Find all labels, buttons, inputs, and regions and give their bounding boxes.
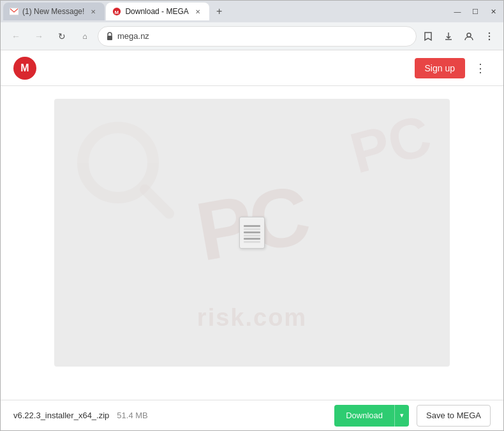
download-dropdown-button[interactable]: ▾ [394,405,409,427]
tab-mega-close[interactable]: ✕ [193,6,203,17]
zip-line-1 [244,225,261,227]
new-tab-button[interactable]: + [211,3,228,20]
tab-gmail[interactable]: (1) New Message! ✕ [3,3,105,20]
zip-line-6 [244,241,261,243]
tab-gmail-close[interactable]: ✕ [88,6,98,17]
back-button[interactable]: ← [6,26,26,47]
signup-button[interactable]: Sign up [415,58,465,78]
zip-stripe [240,225,264,243]
svg-rect-3 [107,36,112,40]
home-button[interactable]: ⌂ [75,26,95,47]
profile-icon [464,31,474,41]
nav-right-icons [419,27,498,45]
download-nav-icon [443,31,454,41]
title-bar: (1) New Message! ✕ M Download - MEGA ✕ +… [1,1,503,22]
svg-point-6 [489,35,490,36]
minimize-button[interactable]: — [450,4,465,19]
kebab-button[interactable]: ⋮ [470,58,491,78]
forward-button[interactable]: → [29,26,49,47]
mega-header-right: Sign up ⋮ [415,58,491,78]
gmail-favicon-icon [10,7,19,16]
address-text: mega.nz [117,31,408,41]
page-content: M Sign up ⋮ PC ris [1,50,503,430]
watermark-extra: PC [344,103,438,187]
window-controls: — ☐ ✕ [450,4,501,19]
download-btn-group: Download ▾ [334,405,409,427]
magnifier-watermark-icon [73,118,175,220]
zip-line-5 [244,238,261,240]
mega-logo[interactable]: M [13,57,36,80]
mega-logo-letter: M [20,62,29,74]
nav-bar: ← → ↻ ⌂ mega.nz [1,22,503,50]
maximize-button[interactable]: ☐ [468,4,483,19]
svg-line-9 [145,189,169,214]
zip-line-4 [244,235,261,237]
reload-button[interactable]: ↻ [52,26,72,47]
mega-header: M Sign up ⋮ [1,50,503,86]
file-size: 51.4 MB [117,411,147,420]
menu-button[interactable] [480,27,498,45]
download-nav-button[interactable] [440,27,457,45]
tab-gmail-label: (1) New Message! [22,7,84,16]
save-to-mega-button[interactable]: Save to MEGA [417,405,491,427]
svg-text:M: M [115,10,119,15]
svg-point-4 [467,33,471,37]
close-button[interactable]: ✕ [485,4,501,19]
file-preview-container: PC risk.com PC [1,86,503,400]
watermark-domain-text: risk.com [197,304,307,332]
tab-mega-label: Download - MEGA [125,7,188,16]
mega-favicon-icon: M [112,7,121,16]
menu-icon [484,31,494,41]
zip-line-3 [244,231,261,233]
browser-window: (1) New Message! ✕ M Download - MEGA ✕ +… [0,0,504,431]
profile-button[interactable] [460,27,478,45]
svg-point-5 [489,32,490,33]
address-bar[interactable]: mega.nz [98,26,417,47]
bookmark-icon [423,31,433,41]
svg-point-7 [489,38,490,40]
bottom-bar: v6.22.3_installer_x64_.zip 51.4 MB Downl… [1,400,503,430]
preview-box: PC risk.com PC [54,99,450,367]
bookmark-button[interactable] [419,27,437,45]
tab-strip: (1) New Message! ✕ M Download - MEGA ✕ + [3,3,228,20]
download-button[interactable]: Download [334,405,394,427]
lock-icon [106,32,114,41]
zip-file-icon [239,217,265,249]
tab-mega[interactable]: M Download - MEGA ✕ [106,3,209,20]
file-name: v6.22.3_installer_x64_.zip [13,411,109,420]
zip-line-2 [244,228,261,230]
